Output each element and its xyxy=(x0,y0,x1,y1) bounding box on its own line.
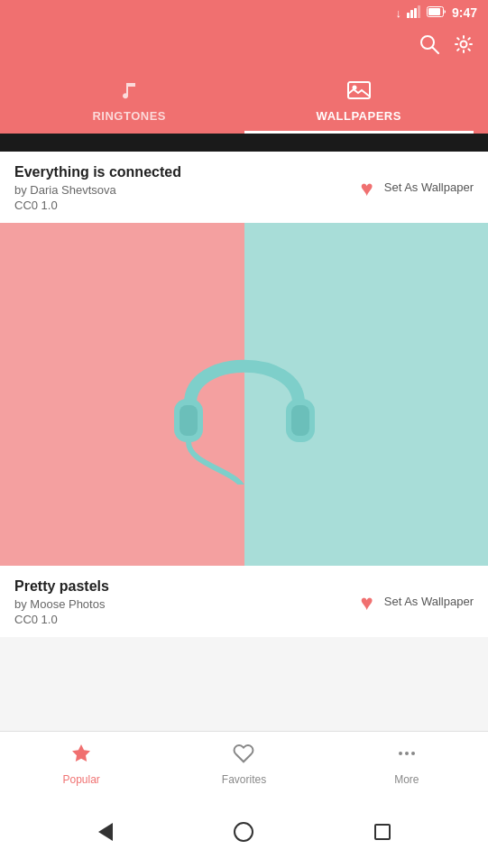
headphones-image xyxy=(154,304,335,485)
wallpaper-author-2: by Moose Photos xyxy=(14,597,361,611)
svg-rect-5 xyxy=(428,8,440,15)
svg-line-7 xyxy=(433,48,439,54)
nav-favorites-label: Favorites xyxy=(222,773,266,786)
wallpaper-text-1: Everything is connected by Daria Shevtso… xyxy=(14,164,361,212)
signal-icon xyxy=(407,5,421,21)
tab-ringtones-label: RINGTONES xyxy=(92,109,166,123)
header: RINGTONES WALLPAPERS xyxy=(0,25,488,134)
set-wallpaper-button-2[interactable]: Set As Wallpaper xyxy=(384,595,474,610)
image-icon xyxy=(347,80,371,106)
svg-rect-13 xyxy=(180,405,198,436)
wallpaper-author-1: by Daria Shevtsova xyxy=(14,183,361,197)
black-band xyxy=(0,134,488,152)
tab-wallpapers[interactable]: WALLPAPERS xyxy=(244,73,474,134)
set-wallpaper-button-1[interactable]: Set As Wallpaper xyxy=(384,180,474,196)
time: 9:47 xyxy=(452,5,477,20)
nav-more-label: More xyxy=(394,773,419,786)
wallpaper-actions-2: ♥ Set As Wallpaper xyxy=(361,590,474,615)
battery-icon xyxy=(427,6,447,20)
recents-icon xyxy=(374,824,391,840)
wallpaper-title-1: Everything is connected xyxy=(14,164,361,180)
wallpaper-info-2: Pretty pastels by Moose Photos CC0 1.0 ♥… xyxy=(0,566,488,637)
svg-rect-0 xyxy=(407,13,410,18)
nav-more[interactable]: More xyxy=(326,732,488,796)
svg-point-18 xyxy=(411,752,415,755)
android-nav xyxy=(0,796,488,868)
header-top xyxy=(14,34,474,59)
settings-button[interactable] xyxy=(454,34,474,59)
music-icon xyxy=(118,80,140,106)
tab-wallpapers-label: WALLPAPERS xyxy=(317,109,401,123)
svg-rect-14 xyxy=(291,405,309,436)
wallpaper-license-1: CC0 1.0 xyxy=(14,199,361,212)
star-icon xyxy=(70,743,92,770)
wallpaper-card-1: Everything is connected by Daria Shevtso… xyxy=(0,152,488,223)
wallpaper-actions-1: ♥ Set As Wallpaper xyxy=(361,176,474,201)
nav-popular-label: Popular xyxy=(62,773,99,786)
status-bar-right: ↓ 9:47 xyxy=(395,5,477,21)
wallpaper-title-2: Pretty pastels xyxy=(14,578,361,595)
wallpaper-card-2: Pretty pastels by Moose Photos CC0 1.0 ♥… xyxy=(0,566,488,637)
more-icon xyxy=(396,743,418,770)
recents-button[interactable] xyxy=(372,821,393,843)
home-button[interactable] xyxy=(233,821,254,843)
download-icon: ↓ xyxy=(395,6,401,20)
back-icon xyxy=(98,823,113,841)
home-icon xyxy=(234,822,253,842)
status-bar: ↓ 9:47 xyxy=(0,0,488,25)
bottom-nav: Popular Favorites More xyxy=(0,731,488,796)
svg-point-17 xyxy=(405,752,409,755)
favorite-button-2[interactable]: ♥ xyxy=(361,590,373,615)
svg-point-16 xyxy=(399,752,402,755)
wallpaper-image-1[interactable] xyxy=(0,223,488,566)
tab-ringtones[interactable]: RINGTONES xyxy=(14,73,244,134)
wallpaper-text-2: Pretty pastels by Moose Photos CC0 1.0 xyxy=(14,578,361,626)
wallpaper-info-1: Everything is connected by Daria Shevtso… xyxy=(0,152,488,223)
svg-rect-2 xyxy=(414,8,417,18)
back-button[interactable] xyxy=(95,821,116,843)
nav-favorites[interactable]: Favorites xyxy=(162,732,325,796)
search-button[interactable] xyxy=(419,34,439,59)
nav-popular[interactable]: Popular xyxy=(0,732,162,796)
heart-nav-icon xyxy=(233,743,254,770)
svg-rect-1 xyxy=(410,10,413,18)
svg-rect-3 xyxy=(418,5,420,18)
svg-point-8 xyxy=(461,42,467,48)
wallpaper-license-2: CC0 1.0 xyxy=(14,613,361,626)
svg-marker-15 xyxy=(72,744,90,762)
tabs: RINGTONES WALLPAPERS xyxy=(14,73,474,134)
favorite-button-1[interactable]: ♥ xyxy=(361,176,373,201)
